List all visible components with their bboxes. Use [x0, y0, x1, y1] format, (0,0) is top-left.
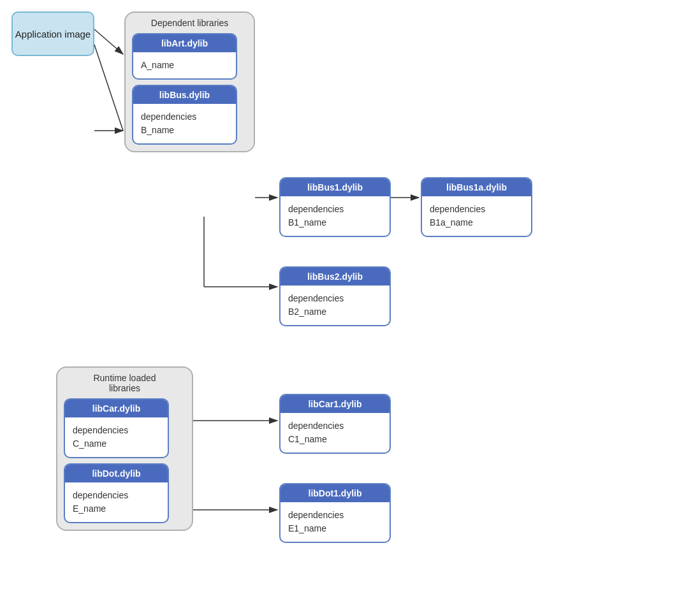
lib-dot-body: dependenciesE_name — [65, 482, 168, 522]
lib-bus1a-body: dependenciesB1a_name — [422, 196, 531, 236]
lib-art-header: libArt.dylib — [133, 34, 236, 52]
lib-car-body: dependenciesC_name — [65, 417, 168, 457]
lib-car1-header: libCar1.dylib — [281, 395, 390, 413]
app-image-box: Application image — [11, 11, 94, 56]
runtime-group: Runtime loadedlibraries libCar.dylib dep… — [56, 366, 193, 531]
lib-art-card: libArt.dylib A_name — [132, 33, 237, 80]
app-image-label: Application image — [15, 29, 91, 40]
lib-art-body: A_name — [133, 52, 236, 78]
runtime-group-label: Runtime loadedlibraries — [64, 373, 186, 393]
diagram: Application image Dependent libraries li… — [0, 0, 700, 608]
lib-dot1-header: libDot1.dylib — [281, 484, 390, 502]
lib-bus2-body: dependenciesB2_name — [281, 286, 390, 325]
lib-bus1-header: libBus1.dylib — [281, 178, 390, 196]
dependent-group: Dependent libraries libArt.dylib A_name … — [124, 11, 255, 152]
lib-dot1-card: libDot1.dylib dependenciesE1_name — [279, 483, 391, 543]
lib-dot1-body: dependenciesE1_name — [281, 502, 390, 542]
svg-line-1 — [94, 29, 123, 54]
lib-car1-body: dependenciesC1_name — [281, 413, 390, 452]
lib-bus2-header: libBus2.dylib — [281, 268, 390, 286]
lib-bus1-body: dependenciesB1_name — [281, 196, 390, 236]
svg-line-2 — [94, 45, 123, 131]
lib-bus2-card: libBus2.dylib dependenciesB2_name — [279, 266, 391, 326]
lib-bus-header: libBus.dylib — [133, 86, 236, 104]
lib-bus-card: libBus.dylib dependenciesB_name — [132, 85, 237, 145]
lib-bus1-card: libBus1.dylib dependenciesB1_name — [279, 177, 391, 237]
lib-bus-body: dependenciesB_name — [133, 104, 236, 143]
dependent-group-label: Dependent libraries — [132, 18, 247, 28]
lib-bus1a-card: libBus1a.dylib dependenciesB1a_name — [421, 177, 532, 237]
lib-dot-card: libDot.dylib dependenciesE_name — [64, 463, 169, 523]
lib-car-header: libCar.dylib — [65, 400, 168, 417]
lib-dot-header: libDot.dylib — [65, 465, 168, 482]
lib-bus1a-header: libBus1a.dylib — [422, 178, 531, 196]
lib-car-card: libCar.dylib dependenciesC_name — [64, 398, 169, 458]
lib-car1-card: libCar1.dylib dependenciesC1_name — [279, 394, 391, 454]
